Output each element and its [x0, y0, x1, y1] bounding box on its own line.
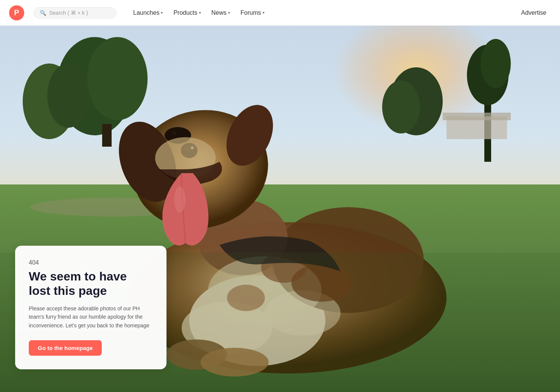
svg-rect-4 [102, 124, 112, 147]
svg-rect-13 [443, 113, 511, 120]
svg-point-9 [481, 39, 511, 88]
nav-item-forums[interactable]: Forums ▾ [236, 6, 269, 19]
svg-point-29 [174, 186, 185, 213]
svg-point-6 [47, 64, 89, 128]
navbar: P 🔍 Search ( ⌘ + k ) Launches ▾ Products… [0, 0, 560, 26]
go-to-homepage-button[interactable]: Go to the homepage [29, 340, 102, 356]
search-icon: 🔍 [40, 10, 46, 16]
nav-item-products[interactable]: Products ▾ [169, 6, 205, 19]
nav-item-news[interactable]: News ▾ [207, 6, 235, 19]
chevron-down-icon: ▾ [199, 11, 201, 15]
nav-links: Launches ▾ Products ▾ News ▾ Forums ▾ Ad… [129, 6, 551, 19]
logo[interactable]: P [9, 5, 24, 20]
error-title: We seem to have lost this page [29, 269, 153, 298]
error-description: Please accept these adorable photos of o… [29, 304, 153, 330]
search-placeholder: Search ( ⌘ + k ) [49, 10, 88, 16]
svg-point-11 [382, 81, 420, 133]
error-code: 404 [29, 259, 153, 266]
nav-item-launches[interactable]: Launches ▾ [129, 6, 167, 19]
chevron-down-icon: ▾ [263, 11, 264, 15]
svg-point-27 [171, 131, 177, 135]
svg-point-3 [87, 37, 148, 120]
logo-circle: P [9, 5, 24, 20]
error-card: 404 We seem to have lost this page Pleas… [15, 246, 166, 369]
nav-item-advertise[interactable]: Advertise [516, 6, 551, 19]
chevron-down-icon: ▾ [161, 11, 163, 15]
chevron-down-icon: ▾ [228, 11, 230, 15]
search-bar[interactable]: 🔍 Search ( ⌘ + k ) [33, 7, 117, 19]
